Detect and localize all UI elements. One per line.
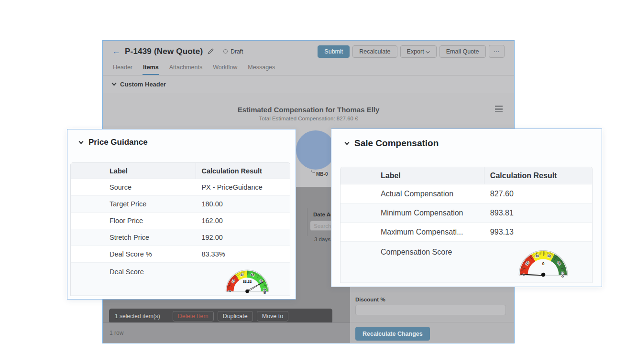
page: ← P-1439 (New Quote) Draft Submit Recalc…	[0, 0, 637, 364]
column-divider	[307, 208, 308, 236]
table-footer: 1 row	[103, 322, 350, 343]
tab-items[interactable]: Items	[143, 62, 159, 75]
compensation-score-gauge: 0204060801000	[515, 246, 571, 278]
table-row: Minimum Compensation 893.81	[340, 203, 592, 223]
duplicate-button[interactable]: Duplicate	[218, 311, 253, 321]
table-header-row: Label Calculation Result	[340, 167, 592, 184]
export-button[interactable]: Export	[400, 45, 437, 58]
submit-button[interactable]: Submit	[318, 45, 350, 58]
discount-input[interactable]	[355, 305, 506, 315]
row-value: 893.81	[484, 203, 592, 223]
table-row: Source PX - PriceGuidance	[71, 179, 290, 196]
chevron-down-icon	[112, 81, 117, 86]
edit-pencil-icon[interactable]	[207, 48, 214, 55]
row-label: Compensation Score	[340, 242, 484, 283]
svg-text:100: 100	[560, 272, 565, 278]
chart-subtitle: Total Estimated Compensation: 827.60 €	[103, 116, 514, 121]
row-value: 192.00	[196, 229, 290, 246]
divider	[350, 322, 514, 322]
row-label: Minimum Compensation	[340, 203, 484, 223]
pie-slice[interactable]	[296, 130, 335, 170]
chart-title: Estimated Compensation for Thomas Elly	[103, 106, 514, 114]
email-quote-button[interactable]: Email Quote	[439, 45, 486, 58]
selection-count-label: 1 selected item(s)	[115, 313, 160, 320]
row-label: Deal Score	[71, 263, 196, 296]
tab-header[interactable]: Header	[112, 62, 133, 75]
table-row: Actual Compensation 827.60	[340, 184, 592, 203]
row-label: Deal Score %	[71, 246, 196, 263]
tab-bar: Header Items Attachments Workflow Messag…	[103, 60, 514, 75]
row-value: PX - PriceGuidance	[196, 179, 290, 196]
row-value: 993.13	[484, 223, 592, 242]
row-count-label: 1 row	[110, 330, 123, 336]
delete-item-button[interactable]: Delete Item	[173, 311, 214, 321]
tab-messages[interactable]: Messages	[247, 62, 275, 75]
pie-label-connector	[311, 170, 315, 173]
svg-text:0: 0	[229, 290, 232, 292]
row-value: 162.00	[196, 213, 290, 229]
more-actions-button[interactable]: ⋯	[489, 45, 505, 58]
table-row: Deal Score 02040608010083.33	[71, 263, 290, 296]
chevron-down-icon	[426, 49, 429, 53]
chart-menu-icon[interactable]	[495, 106, 503, 112]
export-button-label: Export	[407, 48, 424, 55]
draft-status-label: Draft	[231, 48, 243, 55]
sale-compensation-section-toggle[interactable]: Sale Compensation	[331, 129, 602, 149]
pie-slice-label: MB-0	[316, 171, 328, 177]
status-badge: Draft	[223, 48, 243, 55]
price-guidance-table: Label Calculation Result Source PX - Pri…	[70, 162, 290, 296]
table-row: Deal Score % 83.33%	[71, 246, 290, 263]
price-guidance-section-toggle[interactable]: Price Guidance	[67, 129, 296, 147]
calculation-result-column-header: Calculation Result	[196, 163, 290, 179]
row-value: 180.00	[196, 196, 290, 213]
sale-compensation-title: Sale Compensation	[354, 138, 439, 149]
toolbar: Submit Recalculate Export Email Quote ⋯	[318, 45, 505, 58]
tab-workflow[interactable]: Workflow	[212, 62, 238, 75]
price-guidance-title: Price Guidance	[88, 138, 148, 147]
move-to-button[interactable]: Move to	[257, 311, 288, 321]
row-label: Stretch Price	[71, 229, 196, 246]
table-row: Maximum Compensati... 993.13	[340, 223, 592, 242]
label-column-header: Label	[71, 163, 196, 179]
row-label: Maximum Compensati...	[340, 223, 484, 242]
row-label: Floor Price	[71, 213, 196, 229]
svg-text:100: 100	[263, 289, 266, 294]
recalculate-button[interactable]: Recalculate	[352, 45, 397, 58]
recalculate-changes-button[interactable]: Recalculate Changes	[355, 327, 430, 341]
custom-header-label: Custom Header	[120, 81, 166, 88]
quote-title: P-1439 (New Quote)	[125, 47, 203, 56]
chevron-down-icon	[79, 139, 84, 144]
sale-compensation-panel: Sale Compensation Label Calculation Resu…	[331, 128, 602, 287]
row-label: Actual Compensation	[340, 184, 484, 203]
calculation-result-column-header: Calculation Result	[484, 167, 592, 184]
row-label: Source	[71, 179, 196, 196]
table-row: Floor Price 162.00	[71, 213, 290, 229]
sale-compensation-table: Label Calculation Result Actual Compensa…	[340, 167, 593, 283]
discount-label: Discount %	[355, 297, 385, 302]
custom-header-section-toggle[interactable]: Custom Header	[103, 75, 514, 93]
row-value: 827.60	[484, 184, 592, 203]
table-row: Target Price 180.00	[71, 196, 290, 213]
tab-attachments[interactable]: Attachments	[169, 62, 203, 75]
deal-score-gauge: 02040608010083.33	[222, 266, 272, 295]
draft-status-icon	[223, 49, 228, 54]
chevron-down-icon	[345, 140, 350, 145]
svg-text:0: 0	[542, 261, 545, 266]
table-header-row: Label Calculation Result	[71, 163, 290, 179]
table-row: Compensation Score 0204060801000	[340, 242, 592, 283]
row-label: Target Price	[71, 196, 196, 213]
selection-action-bar: 1 selected item(s) Delete Item Duplicate…	[109, 309, 332, 323]
back-arrow-icon[interactable]: ←	[112, 47, 121, 55]
label-column-header: Label	[340, 167, 484, 184]
price-guidance-panel: Price Guidance Label Calculation Result …	[67, 129, 296, 300]
svg-text:83.33: 83.33	[243, 279, 252, 284]
window-header: ← P-1439 (New Quote) Draft Submit Recalc…	[103, 41, 514, 60]
table-row: Stretch Price 192.00	[71, 229, 290, 246]
row-value: 83.33%	[196, 246, 290, 263]
